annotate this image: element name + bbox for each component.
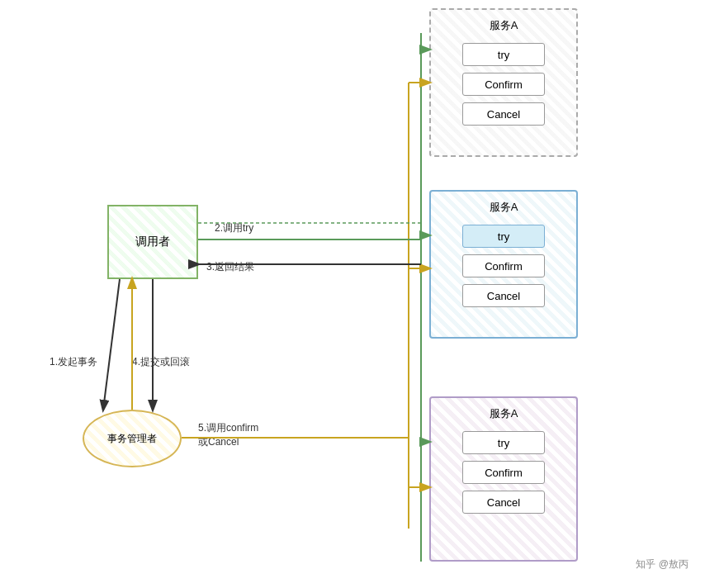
service-box-3: 服务A try Confirm Cancel (429, 396, 578, 562)
label-1: 1.发起事务 (50, 355, 97, 369)
tm-ellipse: 事务管理者 (83, 410, 182, 467)
service2-cancel-btn[interactable]: Cancel (462, 284, 545, 307)
service3-cancel-btn[interactable]: Cancel (462, 491, 545, 514)
label-5: 5.调用confirm或Cancel (198, 421, 258, 449)
service3-try-btn[interactable]: try (462, 431, 545, 454)
service1-try-btn[interactable]: try (462, 43, 545, 66)
service-box-1: 服务A try Confirm Cancel (429, 8, 578, 157)
service-box-2: 服务A try Confirm Cancel (429, 190, 578, 339)
caller-label: 调用者 (135, 235, 170, 249)
service2-title: 服务A (490, 200, 518, 215)
service1-title: 服务A (490, 18, 518, 33)
service1-confirm-btn[interactable]: Confirm (462, 73, 545, 96)
tm-label: 事务管理者 (107, 432, 157, 446)
diagram-canvas: 服务A try Confirm Cancel 服务A try Confirm C… (0, 0, 705, 588)
service3-confirm-btn[interactable]: Confirm (462, 461, 545, 484)
arrows-svg (0, 0, 705, 588)
label-4: 4.提交或回滚 (132, 355, 190, 369)
svg-line-16 (103, 279, 120, 410)
label-3: 3.返回结果 (206, 260, 254, 274)
service2-confirm-btn[interactable]: Confirm (462, 254, 545, 277)
watermark: 知乎 @敖丙 (636, 557, 688, 571)
service3-title: 服务A (490, 406, 518, 421)
service1-cancel-btn[interactable]: Cancel (462, 102, 545, 126)
service2-try-btn[interactable]: try (462, 225, 545, 248)
caller-box: 调用者 (107, 205, 198, 279)
label-2: 2.调用try (215, 221, 253, 235)
